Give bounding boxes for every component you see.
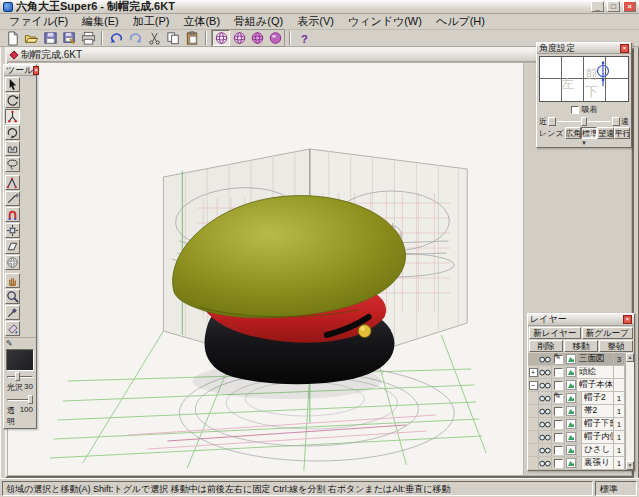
- move-layer-button[interactable]: 移動: [564, 340, 598, 352]
- layer-row[interactable]: 帯21: [528, 405, 625, 418]
- scroll-up-icon[interactable]: ▲: [626, 353, 634, 362]
- wireframe-view-icon[interactable]: [212, 30, 230, 46]
- textured-view-icon[interactable]: [266, 30, 284, 46]
- farther-button[interactable]: ·: [612, 117, 620, 126]
- layer-name[interactable]: 頭絵: [577, 366, 614, 378]
- lasso-tool[interactable]: [5, 157, 20, 172]
- distance-slider[interactable]: [557, 117, 611, 126]
- editable-checkbox[interactable]: ✎: [554, 394, 563, 403]
- redo-icon[interactable]: [126, 30, 144, 46]
- draw-line-tool[interactable]: [5, 175, 20, 190]
- menu-skeleton[interactable]: 骨組み(Q): [227, 13, 290, 30]
- expand-group-icon[interactable]: +: [529, 368, 538, 377]
- menu-window[interactable]: ウィンドウ(W): [341, 13, 429, 30]
- layer-name[interactable]: 帽子内側: [582, 431, 614, 443]
- panel-collapse-arrow-icon[interactable]: ▼: [537, 140, 631, 147]
- lens-tele-button[interactable]: 望遠: [597, 127, 613, 139]
- print-icon[interactable]: [79, 30, 97, 46]
- delete-layer-button[interactable]: 削除: [529, 340, 563, 352]
- orbit-tool[interactable]: [5, 93, 20, 108]
- visibility-glasses-icon[interactable]: [539, 457, 552, 469]
- minimize-button[interactable]: _: [591, 1, 604, 12]
- new-group-button[interactable]: 新グループ: [582, 327, 634, 339]
- visibility-glasses-icon[interactable]: [539, 379, 552, 391]
- editable-checkbox[interactable]: [554, 446, 563, 455]
- layers-scrollbar[interactable]: ▲ ▼: [625, 353, 634, 470]
- new-document-icon[interactable]: [3, 30, 21, 46]
- editable-checkbox[interactable]: [554, 433, 563, 442]
- menu-view[interactable]: 表示(V): [290, 13, 341, 30]
- move-part-tool[interactable]: [5, 223, 20, 238]
- lens-parallel-button[interactable]: 平行: [614, 127, 630, 139]
- menu-help[interactable]: ヘルプ(H): [429, 13, 492, 30]
- zoom-tool[interactable]: [5, 289, 20, 304]
- layer-name[interactable]: 帯2: [582, 405, 614, 417]
- visibility-glasses-icon[interactable]: [539, 366, 552, 378]
- visibility-glasses-icon[interactable]: [539, 392, 552, 404]
- menu-solid[interactable]: 立体(B): [176, 13, 227, 30]
- visibility-glasses-icon[interactable]: [539, 431, 552, 443]
- collapse-group-icon[interactable]: −: [529, 381, 538, 390]
- help-icon[interactable]: ?: [295, 30, 313, 46]
- cut-icon[interactable]: [145, 30, 163, 46]
- layer-name[interactable]: 帽子下部2: [582, 418, 614, 430]
- save-as-icon[interactable]: [60, 30, 78, 46]
- editable-checkbox[interactable]: [554, 420, 563, 429]
- sphere-tool[interactable]: [5, 255, 20, 270]
- editable-checkbox[interactable]: [554, 368, 563, 377]
- layer-row[interactable]: ✎三面図3: [528, 353, 625, 366]
- open-icon[interactable]: [22, 30, 40, 46]
- editable-checkbox[interactable]: [554, 407, 563, 416]
- view-direction-grid[interactable]: 左 前 下: [539, 56, 629, 102]
- menu-edit[interactable]: 編集(E): [75, 13, 126, 30]
- layer-row[interactable]: +頭絵: [528, 366, 625, 379]
- layer-name[interactable]: ひさし: [582, 444, 614, 456]
- gloss-slider[interactable]: [7, 372, 33, 381]
- undo-icon[interactable]: [107, 30, 125, 46]
- editable-checkbox[interactable]: ✎: [554, 355, 563, 364]
- eyedropper-tool[interactable]: [5, 305, 20, 320]
- layer-row[interactable]: ✎帽子21: [528, 392, 625, 405]
- pan-tool[interactable]: [5, 273, 20, 288]
- snap-checkbox[interactable]: [571, 106, 579, 114]
- visibility-glasses-icon[interactable]: [539, 405, 552, 417]
- layer-row[interactable]: 帽子内側1: [528, 431, 625, 444]
- face-tool[interactable]: [5, 239, 20, 254]
- layer-name[interactable]: 帽子2: [582, 392, 614, 404]
- rotate-tool[interactable]: [5, 125, 20, 140]
- lens-standard-button[interactable]: 標準: [581, 127, 597, 139]
- layer-name[interactable]: 帽子本体: [577, 379, 614, 391]
- layer-row[interactable]: 裏張り1: [528, 457, 625, 470]
- nearer-button[interactable]: ·: [548, 117, 556, 126]
- angle-panel-close-icon[interactable]: ×: [620, 44, 629, 53]
- material-color-swatch[interactable]: [6, 349, 34, 371]
- visibility-glasses-icon[interactable]: [539, 444, 552, 456]
- tool-palette-close-icon[interactable]: ×: [33, 66, 39, 75]
- scroll-down-icon[interactable]: ▼: [626, 461, 634, 470]
- layers-panel-close-icon[interactable]: ×: [623, 315, 632, 324]
- paint-tool[interactable]: [5, 321, 20, 336]
- editable-checkbox[interactable]: [554, 381, 563, 390]
- knife-tool[interactable]: [5, 191, 20, 206]
- gloss-slider-thumb[interactable]: [15, 372, 20, 381]
- visibility-glasses-icon[interactable]: [539, 353, 552, 365]
- layer-row[interactable]: −帽子本体: [528, 379, 625, 392]
- extrude-tool[interactable]: [5, 141, 20, 156]
- close-button[interactable]: ×: [623, 1, 636, 12]
- copy-icon[interactable]: [164, 30, 182, 46]
- layer-row[interactable]: 帽子下部21: [528, 418, 625, 431]
- magnet-tool[interactable]: [5, 207, 20, 222]
- select-tool[interactable]: [5, 77, 20, 92]
- menu-file[interactable]: ファイル(F): [2, 13, 75, 30]
- arrange-layer-button[interactable]: 整頓: [599, 340, 633, 352]
- move-tool[interactable]: [5, 109, 20, 124]
- visibility-glasses-icon[interactable]: [539, 418, 552, 430]
- save-icon[interactable]: [41, 30, 59, 46]
- maximize-button[interactable]: □: [607, 1, 620, 12]
- paste-icon[interactable]: [183, 30, 201, 46]
- opacity-slider-thumb[interactable]: [28, 395, 33, 404]
- tool-palette-titlebar[interactable]: ツール ×: [4, 65, 36, 76]
- layer-name[interactable]: 裏張り: [582, 457, 614, 469]
- window-titlebar[interactable]: 六角大王Super6 - 制帽完成.6KT _ □ ×: [0, 0, 639, 14]
- distance-slider-thumb[interactable]: [581, 117, 587, 126]
